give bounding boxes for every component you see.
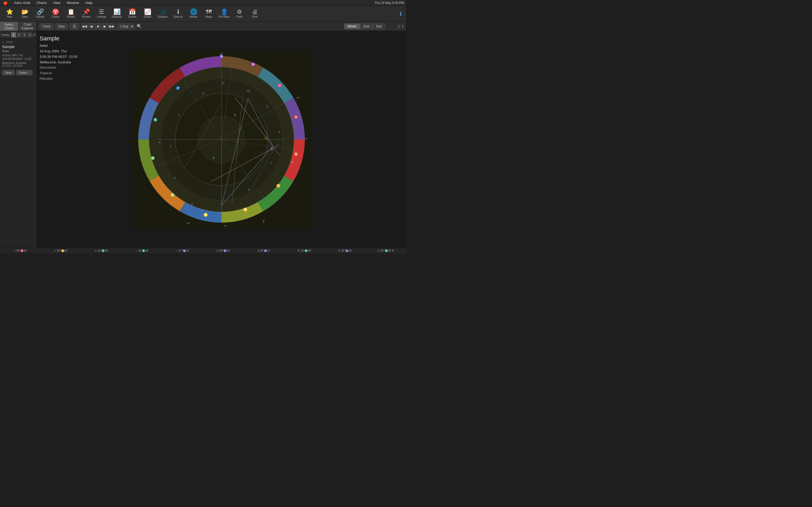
toolbar-btn-interps[interactable]: 🌐 Interps bbox=[186, 7, 201, 21]
asc-indicator: ← bbox=[158, 140, 162, 144]
toolbar-btn-sheets[interactable]: 📋 Sheets bbox=[63, 7, 78, 21]
svg-text:8: 8 bbox=[278, 130, 280, 133]
toolbar-label-prefs: Prefs bbox=[236, 15, 242, 18]
toolbar-btn-eclipses[interactable]: 🌑 Eclipses bbox=[155, 7, 170, 21]
status-cell-5: ♃ 29°♑23' bbox=[203, 249, 244, 252]
nav-stop[interactable]: ■ bbox=[95, 23, 101, 30]
chart-tab-1[interactable]: 1 bbox=[11, 32, 16, 38]
wheel-svg: ☉ ☽ ☿ ♀ ♂ ♃ ♄ ♅ ♆ bbox=[132, 50, 311, 229]
search-button[interactable]: 🔍 bbox=[137, 24, 142, 29]
toolbar-btn-print[interactable]: 🖨 Print bbox=[247, 7, 262, 21]
toolbar-icon-maps: 🗺 bbox=[206, 9, 212, 15]
svg-text:3: 3 bbox=[174, 176, 175, 180]
toolbar-btn-prefs[interactable]: ⚙ Prefs bbox=[232, 7, 247, 21]
toolbar-icon-open: 📂 bbox=[21, 9, 29, 15]
chart-tab-2[interactable]: 2 bbox=[17, 32, 21, 38]
nav-prev[interactable]: ◀ bbox=[88, 23, 94, 30]
planet-jupiter: ♃ bbox=[291, 160, 294, 164]
menu-charts[interactable]: Charts bbox=[36, 1, 48, 5]
select-charts-tab[interactable]: Select Charts bbox=[0, 22, 18, 31]
chart-explorer-tab[interactable]: Chart Explorer bbox=[18, 22, 37, 31]
toolbar-btn-events[interactable]: 📅 Events bbox=[125, 7, 140, 21]
toolbar-btn-greph[interactable]: 📈 GrEph bbox=[140, 7, 155, 21]
chart-tab-3[interactable]: 3 bbox=[22, 32, 27, 38]
grid-tab[interactable]: Grid bbox=[360, 23, 373, 29]
status-cell-2: ♄ 10°♏45' bbox=[81, 249, 122, 252]
overlay-title: Sample bbox=[40, 34, 78, 43]
clock-display: Thu 23 May 9:30 PM bbox=[374, 1, 404, 5]
toolbar-icon-ephlist: ℹ bbox=[177, 9, 179, 15]
menu-window[interactable]: Window bbox=[66, 1, 80, 5]
now-button[interactable]: Now bbox=[55, 23, 68, 29]
svg-text:♓: ♓ bbox=[277, 83, 282, 88]
shuffle-icon[interactable]: ⇄ bbox=[33, 33, 36, 37]
toolbar-btn-subsid[interactable]: 🔗 Subsid bbox=[33, 7, 48, 21]
planet-pluto: ♇ bbox=[262, 219, 265, 223]
sidebar-tabs: Select Charts Chart Explorer bbox=[0, 22, 37, 31]
sidebar: Select Charts Chart Explorer Charts 1 2 … bbox=[0, 22, 37, 248]
toolbar-label-maps: Maps bbox=[206, 15, 212, 18]
svg-text:♏: ♏ bbox=[153, 117, 158, 122]
planet-neptune: ♆ bbox=[212, 156, 215, 160]
toolbar-btn-maps[interactable]: 🗺 Maps bbox=[201, 7, 216, 21]
toolbar-btn-dynamic[interactable]: 📊 Dynamic bbox=[109, 7, 124, 21]
status-cell-9: ♇ 02°♏00' R bbox=[365, 249, 406, 252]
toolbar-label-dynamic: Dynamic bbox=[112, 15, 122, 18]
svg-text:♌: ♌ bbox=[204, 213, 208, 217]
svg-text:2: 2 bbox=[170, 145, 171, 148]
menu-help[interactable]: Help bbox=[84, 1, 94, 5]
chart-data-button[interactable]: ☰ bbox=[70, 23, 79, 30]
toolbar-label-subsid: Subsid bbox=[36, 15, 44, 18]
toolbar-icon-print: 🖨 bbox=[252, 9, 258, 15]
chart-info-overlay: Sample Natal 16 Aug 1984, Thu 3:00:36 PM… bbox=[40, 34, 78, 81]
svg-text:05°: 05° bbox=[187, 222, 190, 224]
svg-text:7: 7 bbox=[270, 162, 272, 165]
toolbar-btn-open[interactable]: 📂 Open bbox=[17, 7, 32, 21]
overlay-tropical: Tropical bbox=[40, 70, 78, 76]
status-cell-6: ⚷ 18°♑17' bbox=[244, 249, 285, 252]
toolbar-btn-charts[interactable]: ♈ Charts bbox=[48, 7, 63, 21]
toolbar-label-interps: Interps bbox=[190, 15, 198, 18]
select-button[interactable]: Select... bbox=[16, 70, 33, 75]
overlay-type: Natal bbox=[40, 43, 78, 49]
toolbar-btn-new[interactable]: ⭐ New bbox=[2, 7, 17, 21]
nav-controls: ◀◀ ◀ ■ ▶ ▶▶ bbox=[81, 23, 115, 30]
period-select[interactable]: 1 Day bbox=[117, 23, 135, 29]
svg-text:6: 6 bbox=[248, 188, 250, 191]
toolbar-icon-pro reps: 👤 bbox=[221, 9, 228, 15]
controls-bar: Clock Now ☰ ◀◀ ◀ ■ ▶ ▶▶ 1 Day 🔍 Wheel Gr… bbox=[37, 22, 406, 31]
toolbar-btn-ephlist[interactable]: ℹ EphList bbox=[171, 7, 186, 21]
toolbar-icon-listings: ☰ bbox=[99, 9, 104, 15]
svg-text:10: 10 bbox=[247, 89, 250, 93]
menu-view[interactable]: View bbox=[52, 1, 62, 5]
save-button[interactable]: Save bbox=[2, 70, 14, 75]
toolbar-btn-pinned[interactable]: 📌 Pinned bbox=[79, 7, 94, 21]
dial-tab[interactable]: Dial bbox=[373, 23, 385, 29]
toolbar-label-events: Events bbox=[128, 15, 136, 18]
clock-button[interactable]: Clock bbox=[40, 23, 53, 29]
help-icon[interactable]: ℹ bbox=[400, 11, 402, 17]
status-cell-3: ♀ 29°♏26' bbox=[122, 249, 162, 252]
svg-text:♎: ♎ bbox=[151, 156, 155, 160]
toolbar-btn-listings[interactable]: ☰ Listings bbox=[94, 7, 109, 21]
toolbar: ⭐ New 📂 Open 🔗 Subsid ♈ Charts 📋 Sheets … bbox=[0, 6, 406, 22]
nav-next-next[interactable]: ▶▶ bbox=[109, 23, 115, 30]
svg-text:♈: ♈ bbox=[294, 115, 298, 119]
nav-prev-prev[interactable]: ◀◀ bbox=[81, 23, 88, 30]
toolbar-btn-pro reps[interactable]: 👤 Pro Reps bbox=[217, 7, 232, 21]
info-icon[interactable]: ℹ bbox=[402, 24, 403, 29]
sidebar-action-buttons: Save Select... bbox=[2, 70, 35, 75]
chart-tab-4[interactable]: 4 bbox=[28, 32, 32, 38]
menu-bar: 🍎 Astro Gold Charts View Window Help Thu… bbox=[0, 0, 406, 6]
menu-astrogold[interactable]: Astro Gold bbox=[13, 1, 31, 5]
toolbar-icon-charts: ♈ bbox=[52, 9, 59, 15]
apple-menu[interactable]: 🍎 bbox=[2, 1, 9, 5]
svg-text:11: 11 bbox=[221, 81, 225, 84]
chart-type: Natal bbox=[2, 49, 35, 53]
wheel-tab[interactable]: Wheel bbox=[344, 23, 360, 29]
nav-next[interactable]: ▶ bbox=[102, 23, 108, 30]
svg-text:5: 5 bbox=[227, 211, 229, 214]
status-cell-8: ♆ 29°♑30' bbox=[325, 249, 365, 252]
share-icon[interactable]: ⎙ bbox=[398, 24, 400, 29]
chart-coords: 37°S49' 144°E58' bbox=[2, 64, 35, 67]
